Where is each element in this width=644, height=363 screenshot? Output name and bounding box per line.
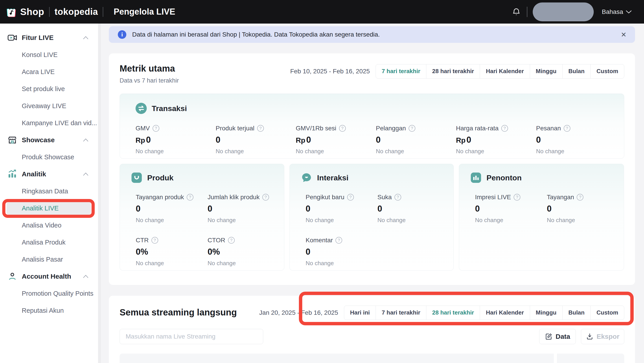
sidebar-section-label: Fitur LIVE [22,34,54,42]
metric-change: No change [296,148,376,155]
metric-gmv: GMV ? Rp0 No change [136,125,216,155]
metric-impresi-live: Impresi LIVE ? 0 No change [475,194,547,224]
person-icon [8,272,17,281]
metrics-filter-hari-kalender[interactable]: Hari Kalender [480,64,530,78]
sidebar-item-promotion-quality-points[interactable]: Promotion Quality Points [0,285,101,302]
metric-change: No change [547,217,619,224]
metric-label: Pengikut baru [306,194,344,201]
metrics-filter-custom[interactable]: Custom [590,64,624,78]
metric-change: No change [216,148,296,155]
help-question-icon[interactable]: ? [577,194,584,200]
metric-value: 0 [547,204,619,214]
sidebar-section-analitik[interactable]: Analitik [0,166,101,182]
metric-label: Harga rata-rata [456,125,498,132]
metrics-date-range: Feb 10, 2025 - Feb 16, 2025 [290,68,370,75]
metric-value: 0 [475,204,547,214]
help-question-icon[interactable]: ? [152,125,159,132]
help-question-icon[interactable]: ? [394,194,401,200]
sidebar-item-analisis-pasar[interactable]: Analisis Pasar [0,251,101,268]
streams-filter-28-hari-terakhir[interactable]: 28 hari terakhir [426,306,480,320]
metric-value: 0 [136,204,208,214]
sidebar-item-analisa-video[interactable]: Analisa Video [0,217,101,234]
help-question-icon[interactable]: ? [564,125,570,132]
help-question-icon[interactable]: ? [408,125,415,132]
sidebar-section-showcase[interactable]: Showcase [0,132,101,148]
metric-label: Impresi LIVE [475,194,511,201]
metric-komentar: Komentar ? 0 No change [306,237,378,267]
metric-card-title: Transaksi [152,104,187,113]
topbar-separator [527,7,527,17]
account-name-redacted[interactable] [533,2,594,21]
top-header: Shop tokopedia Pengelola LIVE Bahasa [0,0,644,24]
sidebar-item-reputasi-akun[interactable]: Reputasi Akun [0,302,101,319]
sidebar-item-produk-showcase[interactable]: Produk Showcase [0,148,101,166]
metric-label: Jumlah klik produk [208,194,260,201]
sidebar-item-set-produk-live[interactable]: Set produk live [0,80,101,97]
sidebar-section-fitur-live[interactable]: Fitur LIVE [0,29,101,46]
chevron-up-icon [83,172,88,176]
language-selector[interactable]: Bahasa [602,8,632,16]
metrics-date-filter-group: 7 hari terakhir28 hari terakhirHari Kale… [376,64,624,78]
metrics-filter-minggu[interactable]: Minggu [530,64,562,78]
metric-value: 0 [216,135,296,145]
sidebar-item-analisa-produk[interactable]: Analisa Produk [0,234,101,251]
data-button[interactable]: Data [539,329,576,344]
streams-title: Semua streaming langsung [120,307,237,318]
streams-filter-bulan[interactable]: Bulan [562,306,590,320]
streams-toolbar: Data Ekspor [120,329,624,344]
sidebar-nav: Fitur LIVE Konsol LIVEAcara LIVESet prod… [0,24,101,363]
help-question-icon[interactable]: ? [228,237,235,244]
metric-harga-rata-rata: Harga rata-rata ? Rp0 No change [456,125,536,155]
metric-card-title: Produk [147,174,174,182]
metrics-title: Metrik utama [120,63,179,74]
help-question-icon[interactable]: ? [347,194,354,200]
help-question-icon[interactable]: ? [501,125,508,132]
streams-filter-hari-kalender[interactable]: Hari Kalender [480,306,530,320]
sidebar-item-ringkasan-data[interactable]: Ringkasan Data [0,182,101,200]
sidebar-section-account-health[interactable]: Account Health [0,268,101,285]
sidebar-item-acara-live[interactable]: Acara LIVE [0,63,101,80]
help-question-icon[interactable]: ? [336,237,342,244]
metric-change: No change [475,217,547,224]
metrics-filter-7-hari-terakhir[interactable]: 7 hari terakhir [376,64,426,78]
export-button[interactable]: Ekspor [581,329,624,344]
metric-ctr: CTR ? 0% No change [136,237,208,267]
help-question-icon[interactable]: ? [514,194,520,200]
streams-filter-7-hari-terakhir[interactable]: 7 hari terakhir [376,306,426,320]
help-question-icon[interactable]: ? [339,125,346,132]
metric-label: CTR [136,237,149,244]
metric-label: Produk terjual [216,125,254,132]
streams-filter-custom[interactable]: Custom [590,306,624,320]
streams-panel: Semua streaming langsung Jan 20, 2025 - … [109,296,635,363]
sidebar-scrollbar[interactable] [98,24,101,363]
sidebar-item-konsol-live[interactable]: Konsol LIVE [0,46,101,63]
notification-bell-icon[interactable] [512,7,521,17]
metric-change: No change [536,148,616,155]
chart-bars-icon [470,172,482,183]
streams-filter-hari-ini[interactable]: Hari ini [344,306,376,320]
shop-bag-logo-icon [7,6,17,18]
bag-icon [131,172,142,183]
sidebar-item-analitik-live[interactable]: Analitik LIVE [0,200,101,217]
logo-shop-text: Shop [20,6,44,17]
help-question-icon[interactable]: ? [262,194,269,200]
metric-value: Rp0 [456,135,536,145]
logo-divider [103,7,103,17]
sidebar-item-giveaway-live[interactable]: Giveaway LIVE [0,97,101,114]
metric-value: 0 [306,247,378,257]
metric-label: Tayangan produk [136,194,184,201]
help-question-icon[interactable]: ? [152,237,158,244]
streams-date-filter-group: Hari ini7 hari terakhir28 hari terakhirH… [344,306,624,320]
metrics-filter-bulan[interactable]: Bulan [562,64,590,78]
help-question-icon[interactable]: ? [257,125,264,132]
info-icon: i [118,30,126,39]
stream-search-input[interactable] [120,329,263,344]
metrics-filter-28-hari-terakhir[interactable]: 28 hari terakhir [426,64,480,78]
storefront-icon [8,135,17,145]
chevron-down-icon [626,10,632,14]
sidebar-item-kampanye-live-dan-vid[interactable]: Kampanye LIVE dan vid... [0,114,101,132]
help-question-icon[interactable]: ? [187,194,194,200]
pengelola-live-page: Shop tokopedia Pengelola LIVE Bahasa Fit… [0,0,644,363]
banner-close-icon[interactable]: ✕ [619,30,629,40]
streams-filter-minggu[interactable]: Minggu [530,306,562,320]
